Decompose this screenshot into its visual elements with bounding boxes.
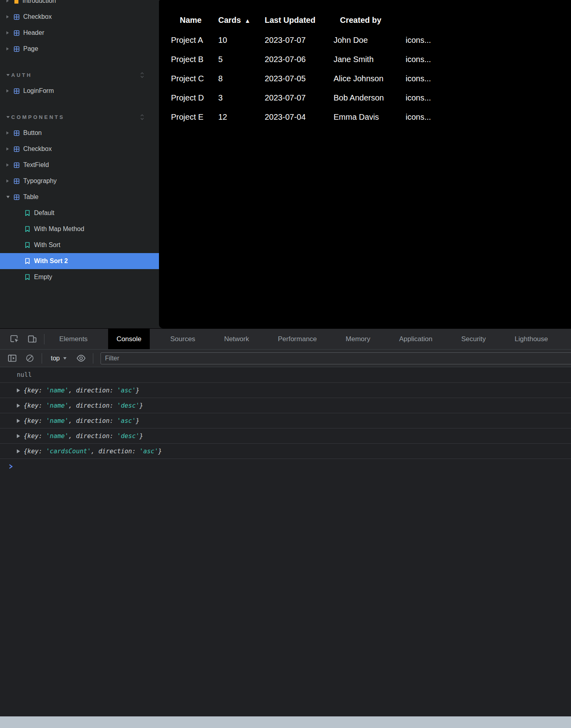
table-cell-name: Project B (171, 50, 218, 69)
console-log-entry[interactable]: {key: 'cardsCount', direction: 'asc'} (0, 443, 571, 459)
tab-console[interactable]: Console (108, 329, 150, 349)
tab-sources[interactable]: Sources (162, 329, 203, 349)
object-punctuation: {key: (24, 417, 46, 424)
sidebar-item-label: Page (23, 45, 38, 52)
expand-arrow-icon[interactable] (17, 419, 20, 423)
expander-caret-icon[interactable] (6, 196, 14, 198)
console-log-entry[interactable]: {key: 'name', direction: 'asc'} (0, 382, 571, 398)
table-cell-updated: 2023-07-07 (265, 88, 334, 107)
table-cell-actions[interactable]: icons... (406, 107, 571, 127)
expand-arrow-icon[interactable] (17, 404, 20, 408)
table-cell-name: Project D (171, 88, 218, 107)
sidebar-item-loginform[interactable]: LoginForm (0, 83, 159, 99)
expander-caret-icon[interactable] (6, 31, 14, 34)
object-punctuation: , direction: (91, 448, 139, 455)
console-log-null[interactable]: null (0, 367, 571, 382)
sidebar-item-typography[interactable]: Typography (0, 173, 159, 189)
expander-caret-icon[interactable] (6, 147, 14, 151)
preview-table: Name Cards▲ Last Updated Created by Proj… (171, 10, 571, 127)
table-cell-actions[interactable]: icons... (406, 50, 571, 69)
section-label: AUTH (11, 72, 32, 78)
sidebar-story-default[interactable]: Default (0, 205, 159, 221)
sidebar-item-textfield[interactable]: TextField (0, 157, 159, 173)
console-toolbar: top (0, 350, 571, 367)
sidebar-item-label: Checkbox (23, 145, 52, 153)
table-header-created-by[interactable]: Created by (334, 10, 406, 30)
sidebar-item-table[interactable]: Table (0, 189, 159, 205)
clear-console-icon[interactable] (21, 350, 38, 366)
component-grid-icon (14, 88, 20, 94)
tab-network[interactable]: Network (216, 329, 257, 349)
devtools-tabs: Elements Console Sources Network Perform… (51, 329, 571, 349)
object-punctuation: } (139, 402, 143, 409)
tab-security[interactable]: Security (453, 329, 494, 349)
sort-ascending-icon: ▲ (245, 17, 251, 24)
table-cell-actions[interactable]: icons... (406, 69, 571, 88)
table-header-name[interactable]: Name (171, 10, 218, 30)
collapse-expand-icon[interactable] (140, 71, 145, 79)
table-cell-actions[interactable]: icons... (406, 88, 571, 107)
expand-arrow-icon[interactable] (17, 449, 20, 453)
sidebar-item-label: Typography (23, 177, 57, 185)
frame-context-label: top (51, 355, 60, 362)
expander-caret-icon[interactable] (6, 89, 14, 93)
tab-application[interactable]: Application (391, 329, 441, 349)
bookmark-icon (25, 226, 30, 232)
object-preview: {key: 'name', direction: 'desc'} (24, 402, 143, 409)
sidebar-item-header[interactable]: Header (0, 25, 159, 41)
expander-caret-icon[interactable] (6, 47, 14, 50)
console-log-entry[interactable]: {key: 'name', direction: 'asc'} (0, 413, 571, 428)
object-string-value: 'name' (46, 402, 68, 409)
sidebar-story-with-map-method[interactable]: With Map Method (0, 221, 159, 237)
sidebar-item-label: Empty (34, 274, 52, 281)
storybook-sidebar: Introduction Checkbox Header Page A (0, 0, 159, 328)
object-punctuation: } (139, 432, 143, 440)
object-string-value: 'asc' (117, 387, 136, 394)
devtools-panel: Elements Console Sources Network Perform… (0, 328, 571, 716)
table-cell-cards: 10 (218, 30, 265, 50)
expander-caret-icon[interactable] (6, 163, 14, 167)
sidebar-item-introduction[interactable]: Introduction (0, 0, 159, 9)
expander-caret-icon[interactable] (6, 179, 14, 183)
section-header-auth[interactable]: AUTH (0, 67, 159, 83)
table-cell-cards: 5 (218, 50, 265, 69)
expand-arrow-icon[interactable] (17, 434, 20, 438)
console-log-entry[interactable]: {key: 'name', direction: 'desc'} (0, 428, 571, 443)
sidebar-item-checkbox[interactable]: Checkbox (0, 9, 159, 25)
collapse-expand-icon[interactable] (140, 113, 145, 121)
tab-performance[interactable]: Performance (269, 329, 325, 349)
sidebar-story-with-sort[interactable]: With Sort (0, 237, 159, 253)
expand-arrow-icon[interactable] (17, 388, 20, 392)
sidebar-item-button[interactable]: Button (0, 125, 159, 141)
sidebar-item-page[interactable]: Page (0, 41, 159, 57)
object-punctuation: {key: (24, 432, 46, 440)
tab-lighthouse[interactable]: Lighthouse (506, 329, 556, 349)
component-grid-icon (14, 46, 20, 52)
tab-memory[interactable]: Memory (337, 329, 378, 349)
object-preview: {key: 'cardsCount', direction: 'asc'} (24, 448, 162, 455)
table-cell-actions[interactable]: icons... (406, 30, 571, 50)
console-filter-input[interactable] (101, 352, 571, 364)
expander-caret-icon[interactable] (6, 0, 14, 2)
expander-caret-icon[interactable] (6, 131, 14, 135)
expander-caret-icon[interactable] (6, 15, 14, 18)
object-string-value: 'name' (46, 432, 68, 440)
sidebar-item-checkbox-2[interactable]: Checkbox (0, 141, 159, 157)
table-header-cards[interactable]: Cards▲ (218, 10, 265, 30)
sidebar-story-empty[interactable]: Empty (0, 269, 159, 285)
console-prompt[interactable] (0, 459, 571, 474)
console-log-text: null (17, 371, 32, 378)
object-punctuation: , direction: (68, 417, 117, 424)
section-header-components[interactable]: COMPONENTS (0, 109, 159, 125)
console-sidebar-toggle-icon[interactable] (3, 350, 21, 366)
object-string-value: 'cardsCount' (46, 448, 91, 455)
live-expression-eye-icon[interactable] (72, 350, 90, 366)
tab-elements[interactable]: Elements (51, 329, 96, 349)
sidebar-story-with-sort-2-selected[interactable]: With Sort 2 (0, 253, 159, 269)
inspect-element-icon[interactable] (6, 331, 23, 347)
table-header-last-updated[interactable]: Last Updated (265, 10, 334, 30)
sidebar-item-label: Default (34, 209, 54, 217)
console-log-entry[interactable]: {key: 'name', direction: 'desc'} (0, 398, 571, 413)
frame-context-selector[interactable]: top (45, 355, 72, 362)
device-toolbar-icon[interactable] (23, 331, 41, 347)
